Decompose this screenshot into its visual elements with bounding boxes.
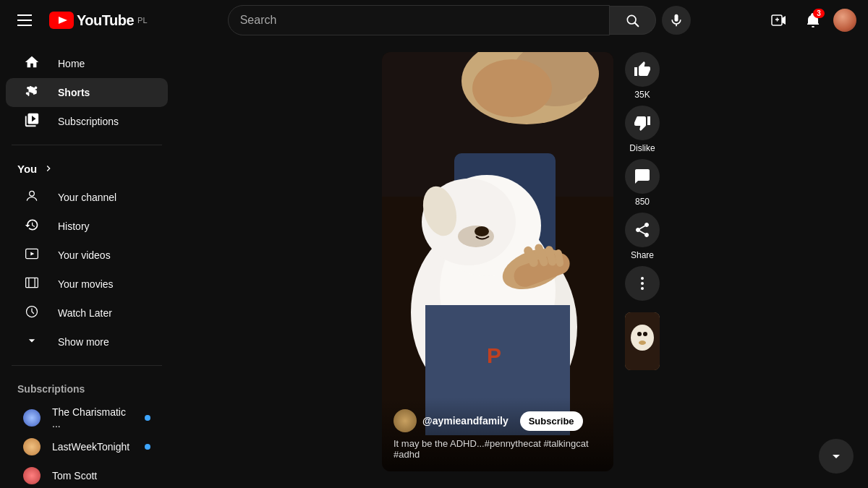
search-input-wrap: [228, 5, 610, 35]
subscriptions-section-title: Subscriptions: [0, 374, 174, 403]
home-icon: [23, 54, 41, 74]
your-movies-label: Your movies: [58, 278, 114, 290]
sidebar-divider-1: [12, 145, 162, 145]
sidebar-subscriptions-label: Subscriptions: [58, 116, 119, 127]
search-input[interactable]: [229, 6, 609, 35]
dislike-icon-circle: [625, 106, 660, 140]
sidebar-item-history[interactable]: History: [6, 212, 168, 241]
search-button[interactable]: [610, 6, 656, 35]
your-videos-label: Your videos: [58, 249, 111, 261]
short-video-card[interactable]: P @aymieandfamily Subscribe It may be th…: [382, 52, 613, 471]
your-channel-label: Your channel: [58, 192, 116, 203]
your-channel-icon: [23, 189, 41, 207]
svg-point-54: [639, 341, 646, 345]
hamburger-menu[interactable]: [12, 9, 38, 32]
shorts-container: P @aymieandfamily Subscribe It may be th…: [382, 52, 660, 471]
watch-later-icon: [23, 304, 41, 322]
sub2-label: LastWeekTonight: [52, 441, 129, 453]
sub3-label: Tom Scott: [52, 470, 97, 481]
like-button[interactable]: 35K: [625, 52, 660, 100]
next-short-preview[interactable]: [625, 312, 660, 370]
svg-line-3: [635, 23, 639, 27]
comment-button[interactable]: 850: [625, 159, 660, 207]
svg-point-24: [472, 59, 552, 117]
sub2-dot: [145, 444, 150, 450]
svg-point-11: [30, 191, 35, 196]
country-code: PL: [137, 16, 147, 25]
sidebar: Home Shorts Subscriptions You Your chann…: [0, 40, 174, 488]
your-movies-icon: [23, 275, 41, 294]
page: Home Shorts Subscriptions You Your chann…: [0, 40, 868, 488]
navbar-left: YouTube PL: [12, 9, 185, 32]
dislike-button[interactable]: Dislike: [625, 106, 660, 153]
dislike-label: Dislike: [629, 143, 655, 153]
history-label: History: [58, 221, 90, 232]
share-button[interactable]: Share: [625, 213, 660, 260]
you-label: You: [17, 163, 37, 175]
short-channel-avatar[interactable]: [393, 409, 417, 432]
sidebar-item-shorts[interactable]: Shorts: [6, 78, 168, 107]
svg-point-52: [637, 332, 642, 336]
svg-rect-14: [26, 278, 38, 287]
sidebar-item-your-channel[interactable]: Your channel: [6, 183, 168, 212]
notifications-button[interactable]: 3: [799, 6, 827, 35]
sidebar-item-sub2[interactable]: LastWeekTonight: [6, 432, 168, 461]
voice-search-button[interactable]: [662, 6, 691, 35]
svg-point-47: [641, 277, 644, 280]
sub3-avatar: [23, 467, 41, 484]
share-icon-circle: [625, 213, 660, 247]
short-overlay: @aymieandfamily Subscribe It may be the …: [382, 398, 613, 471]
svg-marker-13: [30, 252, 34, 255]
svg-point-53: [643, 332, 647, 336]
navbar: YouTube PL: [0, 0, 868, 40]
comment-icon-circle: [625, 159, 660, 194]
share-label: Share: [631, 250, 654, 260]
subscriptions-icon: [23, 112, 41, 132]
short-channel-name[interactable]: @aymieandfamily: [422, 415, 509, 427]
svg-point-36: [475, 226, 489, 236]
more-icon-circle: [625, 266, 660, 301]
svg-text:P: P: [487, 343, 501, 367]
shorts-icon: [23, 83, 41, 103]
subscribe-button[interactable]: Subscribe: [520, 411, 583, 431]
short-video-background: P @aymieandfamily Subscribe It may be th…: [382, 52, 613, 471]
short-channel-info: @aymieandfamily Subscribe: [393, 409, 602, 432]
sidebar-divider-2: [12, 365, 162, 366]
svg-point-10: [812, 26, 814, 27]
svg-point-48: [641, 282, 644, 285]
navbar-right: 3: [764, 6, 856, 35]
sidebar-item-your-movies[interactable]: Your movies: [6, 270, 168, 299]
app-title: YouTube: [77, 12, 134, 29]
sidebar-item-your-videos[interactable]: Your videos: [6, 241, 168, 270]
sidebar-item-show-more[interactable]: Show more: [6, 328, 168, 356]
create-button[interactable]: [764, 6, 793, 35]
logo[interactable]: YouTube PL: [49, 12, 148, 29]
more-options-button[interactable]: [625, 266, 660, 301]
you-section-title[interactable]: You: [0, 154, 174, 183]
watch-later-label: Watch Later: [58, 307, 112, 319]
your-videos-icon: [23, 247, 41, 265]
scroll-down-button[interactable]: [819, 439, 854, 474]
svg-point-51: [631, 325, 654, 351]
like-count: 35K: [634, 90, 650, 100]
sub1-label: The Charismatic ...: [52, 406, 133, 429]
history-icon: [23, 218, 41, 236]
short-action-buttons: 35K Dislike: [625, 52, 660, 370]
sidebar-item-sub1[interactable]: The Charismatic ...: [6, 403, 168, 432]
svg-line-17: [26, 281, 29, 283]
user-avatar[interactable]: [833, 9, 856, 32]
sidebar-shorts-label: Shorts: [58, 87, 90, 98]
main-content: P @aymieandfamily Subscribe It may be th…: [174, 40, 868, 488]
sub1-dot: [145, 415, 150, 421]
comment-count: 850: [635, 197, 650, 207]
sub1-avatar: [23, 409, 41, 427]
sidebar-item-sub3[interactable]: Tom Scott: [6, 461, 168, 488]
sub2-avatar: [23, 438, 41, 455]
notification-badge: 3: [813, 9, 825, 18]
sidebar-item-home[interactable]: Home: [6, 49, 168, 78]
svg-point-49: [641, 287, 644, 290]
sidebar-item-watch-later[interactable]: Watch Later: [6, 299, 168, 328]
subscriptions-title-label: Subscriptions: [17, 383, 85, 395]
sidebar-item-subscriptions[interactable]: Subscriptions: [6, 107, 168, 136]
search-bar: [228, 5, 691, 35]
